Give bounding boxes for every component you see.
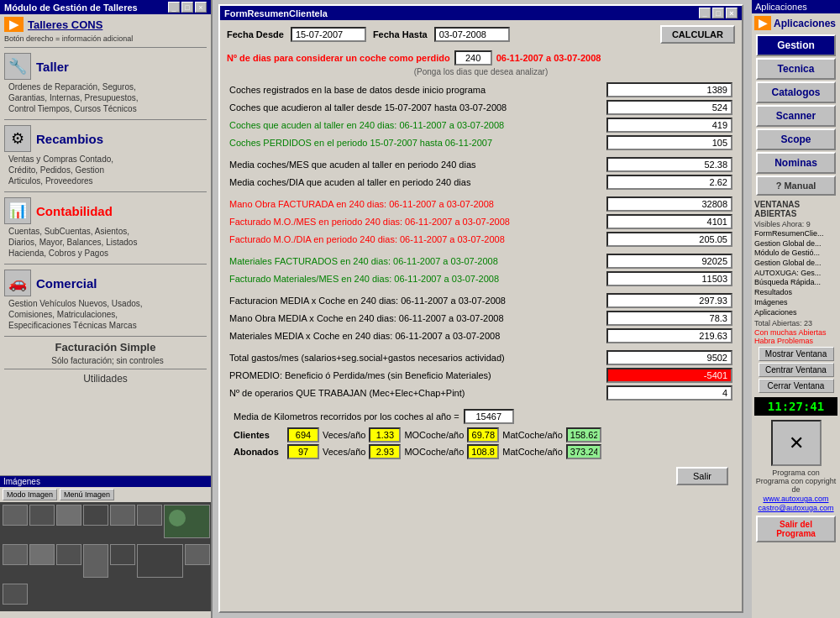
sidebar-nav: ▶ Talleres CONS xyxy=(0,14,211,34)
table-row: Nº de operarios QUE TRABAJAN (Mec+Elec+C… xyxy=(227,385,735,401)
divider-5 xyxy=(4,336,207,337)
row12-label: Facturacion MEDIA x Coche en 240 dias: 0… xyxy=(229,296,606,306)
sidebar-section-taller: 🔧 Taller Ordenes de Reparación, Seguros,… xyxy=(0,50,211,117)
sidebar-minimize-btn[interactable]: _ xyxy=(168,2,180,13)
sidebar-section-contabilidad: 📊 Contabilidad Cuentas, SubCuentas, Asie… xyxy=(0,195,211,261)
taller-title[interactable]: Taller xyxy=(36,60,69,74)
sidebar-maximize-btn[interactable]: □ xyxy=(181,2,193,13)
bottom-section: Media de Kilometros recorridos por los c… xyxy=(227,406,735,464)
divider-3 xyxy=(4,191,207,192)
scope-button[interactable]: Scope xyxy=(756,128,836,150)
abonados-label: Abonados xyxy=(234,447,284,457)
salir-button[interactable]: Salir xyxy=(676,467,728,485)
images-display[interactable] xyxy=(0,502,213,611)
mat-coche-value-2 xyxy=(566,444,601,459)
row14-value xyxy=(606,328,732,343)
row4-value xyxy=(606,135,732,150)
table-row: Coches registrados en la base de datos d… xyxy=(227,81,735,98)
comercial-title[interactable]: Comercial xyxy=(36,276,97,291)
row10-label: Materiales FACTURADOS en 240 dias: 06-11… xyxy=(229,256,606,266)
list-item[interactable]: AUTOXUGA: Ges... xyxy=(754,269,837,279)
recambios-desc: Ventas y Compras Contado,Crédito, Pedido… xyxy=(4,154,207,186)
dias-input[interactable] xyxy=(454,50,492,65)
row6-label: Media coches/DIA que acuden al taller en… xyxy=(229,177,606,187)
date-row: Fecha Desde Fecha Hasta CALCULAR xyxy=(227,25,735,44)
mo-coche-value-2 xyxy=(467,444,499,459)
website2-link[interactable]: castro@autoxuga.com xyxy=(752,504,840,512)
menu-imagen-btn[interactable]: Menú Imagen xyxy=(60,489,114,500)
sidebar-nav-arrow[interactable]: ▶ xyxy=(4,17,24,32)
row9-label: Facturado M.O./DIA en periodo 240 dias: … xyxy=(229,234,606,244)
list-item[interactable]: Búsqueda Rápida... xyxy=(754,278,837,288)
sidebar-close-btn[interactable]: × xyxy=(195,2,207,13)
right-nav: ▶ Aplicaciones xyxy=(752,13,840,33)
form-body: Fecha Desde Fecha Hasta CALCULAR Nº de d… xyxy=(220,20,742,494)
right-panel: Aplicaciones ▶ Aplicaciones Gestion Tecn… xyxy=(752,0,840,618)
recambios-title[interactable]: Recambios xyxy=(36,132,103,146)
manual-button[interactable]: ? Manual xyxy=(756,175,836,196)
fecha-desde-label: Fecha Desde xyxy=(227,29,284,39)
tecnica-button[interactable]: Tecnica xyxy=(756,58,836,80)
form-close-btn[interactable]: × xyxy=(726,8,738,18)
taller-header: 🔧 Taller xyxy=(4,53,207,80)
mo-coche-value-1 xyxy=(467,427,499,443)
facturacion-desc: Sólo facturación; sin controles xyxy=(0,355,211,366)
mat-coche-value-1 xyxy=(566,427,601,443)
km-row: Media de Kilometros recorridos por los c… xyxy=(234,409,728,424)
form-minimize-btn[interactable]: _ xyxy=(699,8,711,18)
table-row: Coches que acuden al taller en 240 dias:… xyxy=(227,117,735,134)
catalogos-button[interactable]: Catalogos xyxy=(756,81,836,103)
mo-coche-label-1: MOCoche/año xyxy=(404,430,464,440)
total-label: Total Abiertas: 23 xyxy=(754,319,837,327)
form-maximize-btn[interactable]: □ xyxy=(712,8,724,18)
list-item[interactable]: FormResumenClie... xyxy=(754,229,837,239)
fecha-hasta-input[interactable] xyxy=(434,27,510,42)
nominas-button[interactable]: Nominas xyxy=(756,152,836,174)
row9-value xyxy=(606,232,732,247)
table-row: Facturado M.O./DIA en periodo 240 dias: … xyxy=(227,231,735,248)
veces-ano-value-1 xyxy=(369,427,401,443)
list-item[interactable]: Módulo de Gestió... xyxy=(754,249,837,259)
row14-label: Materiales MEDIA x Coche en 240 dias: 06… xyxy=(229,331,606,341)
fecha-desde-input[interactable] xyxy=(291,27,366,42)
facturacion-title[interactable]: Facturación Simple xyxy=(0,339,211,355)
row3-value xyxy=(606,118,732,133)
list-item[interactable]: Aplicaciones xyxy=(754,308,837,318)
sidebar-nav-title[interactable]: Talleres CONS xyxy=(28,18,102,31)
gestion-button[interactable]: Gestion xyxy=(756,34,836,56)
list-item[interactable]: Gestion Global de... xyxy=(754,259,837,269)
visibles-label: Visibles Ahora: 9 xyxy=(754,220,837,228)
list-item[interactable]: Resultados xyxy=(754,288,837,298)
table-row: Coches que acudieron al taller desde 15-… xyxy=(227,99,735,116)
calcular-button[interactable]: CALCULAR xyxy=(660,25,735,44)
table-row: Facturacion MEDIA x Coche en 240 dias: 0… xyxy=(227,292,735,309)
website1-link[interactable]: www.autoxuga.com xyxy=(752,495,840,503)
centrar-ventana-btn[interactable]: Centrar Ventana xyxy=(759,363,834,377)
dias-row: Nº de dias para considerar un coche como… xyxy=(227,50,735,65)
divider-6 xyxy=(4,369,207,369)
date-range-label: 06-11-2007 a 03-07-2008 xyxy=(496,53,601,63)
abonados-count xyxy=(287,444,319,459)
list-item[interactable]: Gestion Global de... xyxy=(754,239,837,249)
modo-imagen-btn[interactable]: Modo Imagen xyxy=(3,489,57,500)
row3-label: Coches que acuden al taller en 240 dias:… xyxy=(229,120,606,130)
mostrar-ventana-btn[interactable]: Mostrar Ventana xyxy=(759,347,834,361)
utilidades-title[interactable]: Utilidades xyxy=(0,372,211,385)
cerrar-ventana-btn[interactable]: Cerrar Ventana xyxy=(759,379,834,393)
taller-desc: Ordenes de Reparación, Seguros,Garantias… xyxy=(4,81,207,114)
contabilidad-header: 📊 Contabilidad xyxy=(4,197,207,224)
main-form: FormResumenClientela _ □ × Fecha Desde F… xyxy=(218,4,743,613)
row16-value xyxy=(606,368,732,383)
row7-label: Mano Obra FACTURADA en 240 dias: 06-11-2… xyxy=(229,199,606,209)
form-window-controls: _ □ × xyxy=(699,8,738,18)
scanner-button[interactable]: Scanner xyxy=(756,105,836,127)
table-row: Facturado Materiales/MES en 240 dias: 06… xyxy=(227,270,735,287)
list-item[interactable]: Imágenes xyxy=(754,298,837,308)
stats-row-clientes: Clientes Veces/año MOCoche/año MatCoche/… xyxy=(234,427,728,443)
table-row: Media coches/DIA que acuden al taller en… xyxy=(227,174,735,191)
contabilidad-desc: Cuentas, SubCuentas, Asientos,Diarios, M… xyxy=(4,226,207,259)
contabilidad-title[interactable]: Contabilidad xyxy=(36,204,113,218)
exit-program-btn[interactable]: Salir del Programa xyxy=(756,516,836,542)
right-nav-arrow[interactable]: ▶ xyxy=(754,16,771,30)
sidebar-section-recambios: ⚙ Recambios Ventas y Compras Contado,Cré… xyxy=(0,123,211,189)
